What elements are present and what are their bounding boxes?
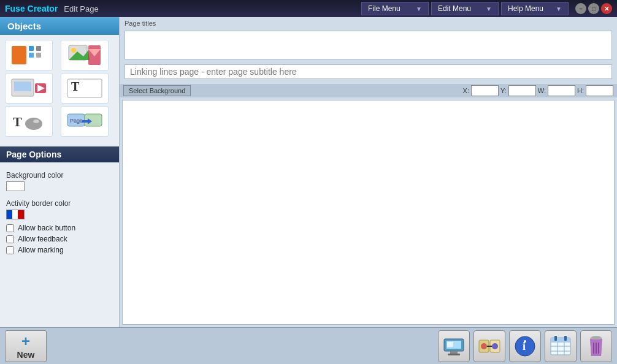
svg-text:Page: Page — [70, 118, 83, 124]
file-menu-button[interactable]: File Menu ▼ — [361, 2, 429, 15]
edit-menu-button[interactable]: Edit Menu ▼ — [431, 2, 499, 15]
allow-feedback-row: Allow feedback — [6, 235, 113, 243]
help-menu-button[interactable]: Help Menu ▼ — [501, 2, 569, 15]
h-label: H: — [577, 87, 584, 94]
allow-feedback-label: Allow feedback — [18, 235, 67, 243]
w-input[interactable] — [548, 85, 575, 96]
new-icon: + — [21, 333, 30, 350]
page-title-input[interactable]: Geography — [125, 31, 612, 59]
svg-rect-26 — [448, 354, 460, 355]
activity-border-color-swatch[interactable] — [6, 210, 25, 219]
svg-point-18 — [33, 119, 39, 123]
content-area: Page titles Geography Select Background … — [120, 17, 617, 327]
close-button[interactable]: ✕ — [601, 3, 612, 14]
svg-rect-0 — [12, 46, 26, 64]
page-options-body: Background color Activity border color A… — [0, 162, 119, 262]
objects-header: Objects — [0, 17, 119, 35]
toolbar-row: Select Background X: Y: W: H: — [120, 84, 617, 97]
allow-back-label: Allow back button — [18, 224, 75, 232]
svg-rect-25 — [450, 351, 458, 354]
page-subtitle-input[interactable] — [125, 64, 612, 79]
edit-menu-arrow: ▼ — [486, 6, 492, 12]
background-color-swatch[interactable] — [6, 181, 25, 191]
screen-tool-button[interactable] — [438, 330, 470, 362]
select-background-button[interactable]: Select Background — [123, 85, 191, 96]
objects-grid: T T Page — [0, 35, 119, 142]
svg-rect-37 — [551, 338, 570, 343]
app-title: Fuse Creator — [5, 4, 58, 13]
svg-rect-43 — [564, 336, 567, 341]
coord-group: X: Y: W: H: — [463, 85, 613, 96]
svg-rect-1 — [29, 46, 34, 51]
object-item-textlabel[interactable]: T — [5, 106, 53, 137]
bottom-toolbar: + New i — [0, 327, 617, 364]
x-label: X: — [463, 87, 469, 94]
sidebar: Objects — [0, 17, 120, 327]
w-label: W: — [538, 87, 546, 94]
object-item-link[interactable]: Page — [61, 106, 109, 137]
page-titles-bar: Page titles — [120, 17, 617, 28]
page-titles-label: Page titles — [125, 20, 156, 27]
page-options-header: Page Options — [0, 146, 119, 162]
help-menu-arrow: ▼ — [556, 6, 562, 12]
allow-back-checkbox[interactable] — [6, 224, 14, 232]
x-input[interactable] — [471, 85, 499, 96]
object-item-image[interactable] — [61, 40, 109, 70]
page-options: Page Options Background color Activity b… — [0, 146, 119, 327]
info-tool-button[interactable]: i — [509, 330, 541, 362]
allow-back-button-row: Allow back button — [6, 224, 113, 232]
svg-rect-3 — [36, 46, 41, 51]
top-bar: Fuse Creator Edit Page File Menu ▼ Edit … — [0, 0, 617, 17]
svg-text:T: T — [71, 80, 80, 93]
y-label: Y: — [500, 87, 507, 94]
link-tool-button[interactable] — [473, 330, 505, 362]
svg-point-30 — [481, 343, 487, 349]
object-item-text[interactable]: T — [61, 73, 109, 104]
new-label: New — [17, 350, 35, 360]
svg-rect-4 — [36, 53, 41, 58]
svg-rect-27 — [447, 342, 453, 347]
new-button[interactable]: + New — [5, 330, 47, 362]
allow-marking-label: Allow marking — [18, 246, 64, 254]
svg-point-6 — [71, 48, 76, 53]
y-input[interactable] — [508, 85, 536, 96]
window-controls: – □ ✕ — [573, 3, 612, 14]
svg-rect-11 — [14, 82, 31, 91]
canvas-area[interactable] — [122, 100, 615, 325]
allow-marking-row: Allow marking — [6, 246, 113, 254]
svg-rect-48 — [592, 336, 600, 339]
edit-page-label: Edit Page — [64, 4, 98, 13]
calendar-tool-button[interactable] — [545, 330, 577, 362]
minimize-button[interactable]: – — [575, 3, 586, 14]
activity-border-color-label: Activity border color — [6, 199, 113, 208]
h-input[interactable] — [586, 85, 613, 96]
file-menu-arrow: ▼ — [416, 6, 422, 12]
delete-tool-button[interactable] — [580, 330, 612, 362]
allow-marking-checkbox[interactable] — [6, 246, 14, 254]
object-item-media[interactable] — [5, 73, 53, 104]
svg-point-17 — [25, 118, 42, 130]
svg-point-35 — [524, 340, 526, 343]
maximize-button[interactable]: □ — [588, 3, 599, 14]
svg-rect-42 — [554, 336, 557, 341]
main-layout: Objects — [0, 17, 617, 327]
allow-feedback-checkbox[interactable] — [6, 235, 14, 243]
svg-point-31 — [492, 343, 498, 349]
svg-rect-2 — [29, 53, 34, 58]
svg-text:T: T — [13, 114, 22, 129]
object-item-activity[interactable] — [5, 40, 53, 70]
background-color-label: Background color — [6, 171, 113, 180]
